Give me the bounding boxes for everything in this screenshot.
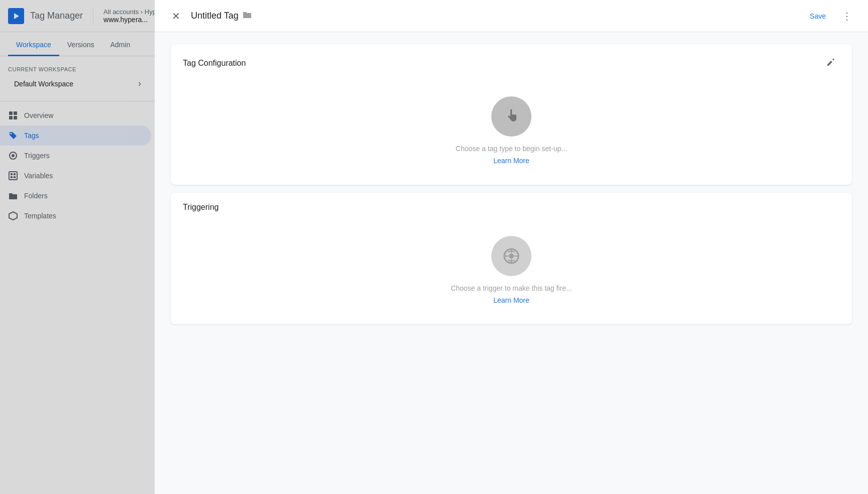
panel-header: ✕ Untitled Tag Save ⋮ — [155, 0, 868, 32]
panel-title-text: Untitled Tag — [191, 11, 239, 21]
tag-configuration-header: Tag Configuration — [171, 44, 852, 80]
panel-title-container: Untitled Tag — [191, 10, 796, 22]
triggering-title: Triggering — [183, 203, 219, 212]
triggering-card: Triggering Choose a trigger to mak — [171, 193, 852, 324]
tag-configuration-learn-more[interactable]: Learn More — [493, 157, 529, 165]
panel-actions: Save ⋮ — [802, 7, 856, 25]
tag-configuration-card: Tag Configuration — [171, 44, 852, 185]
panel-body: Tag Configuration — [155, 32, 868, 494]
close-icon: ✕ — [172, 10, 180, 22]
tag-editor-panel: ✕ Untitled Tag Save ⋮ — [155, 0, 868, 494]
tag-configuration-empty-text: Choose a tag type to begin set-up... — [456, 145, 567, 153]
edit-icon — [826, 58, 835, 69]
triggering-empty-state: Choose a trigger to make this tag fire..… — [171, 220, 852, 324]
panel-folder-icon — [243, 10, 252, 22]
tag-configuration-edit-button[interactable] — [822, 54, 840, 72]
triggering-header: Triggering — [171, 193, 852, 220]
save-button[interactable]: Save — [802, 8, 834, 24]
trigger-icon-circle[interactable] — [491, 236, 531, 276]
overlay-backdrop: ✕ Untitled Tag Save ⋮ — [0, 0, 868, 494]
more-options-button[interactable]: ⋮ — [838, 7, 856, 25]
cursor-icon-circle[interactable] — [491, 96, 531, 137]
svg-point-16 — [509, 254, 514, 259]
triggering-learn-more[interactable]: Learn More — [493, 296, 529, 304]
more-icon: ⋮ — [842, 10, 852, 22]
tag-configuration-title: Tag Configuration — [183, 59, 246, 68]
tag-configuration-empty-state: Choose a tag type to begin set-up... Lea… — [171, 80, 852, 185]
triggering-empty-text: Choose a trigger to make this tag fire..… — [451, 284, 572, 292]
close-button[interactable]: ✕ — [167, 7, 185, 25]
